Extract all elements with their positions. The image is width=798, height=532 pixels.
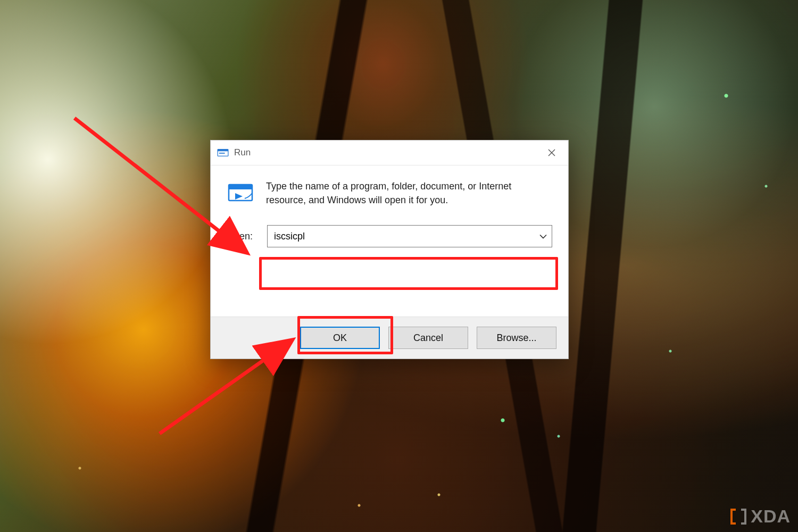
xda-watermark-text: XDA xyxy=(751,506,791,527)
dialog-button-bar: OK Cancel Browse... xyxy=(211,317,568,359)
svg-rect-6 xyxy=(229,185,252,189)
dialog-body: Type the name of a program, folder, docu… xyxy=(211,165,568,317)
cancel-button[interactable]: Cancel xyxy=(388,327,468,349)
run-title-icon xyxy=(217,148,229,157)
xda-watermark: XDA xyxy=(729,506,791,527)
titlebar[interactable]: Run xyxy=(211,140,568,165)
run-dialog: Run Type the name of a program, folder, … xyxy=(210,140,569,359)
xda-logo-icon xyxy=(729,508,747,526)
browse-button[interactable]: Browse... xyxy=(477,327,556,349)
dialog-title: Run xyxy=(234,147,251,158)
svg-rect-1 xyxy=(218,149,228,152)
close-button[interactable] xyxy=(537,140,566,165)
close-icon xyxy=(548,149,555,156)
run-program-icon xyxy=(227,181,254,205)
open-input[interactable] xyxy=(267,225,552,247)
open-label: Open: xyxy=(227,231,259,242)
dialog-description: Type the name of a program, folder, docu… xyxy=(266,179,552,207)
svg-rect-2 xyxy=(219,153,225,154)
open-combobox[interactable] xyxy=(267,225,552,247)
ok-button[interactable]: OK xyxy=(300,327,380,349)
